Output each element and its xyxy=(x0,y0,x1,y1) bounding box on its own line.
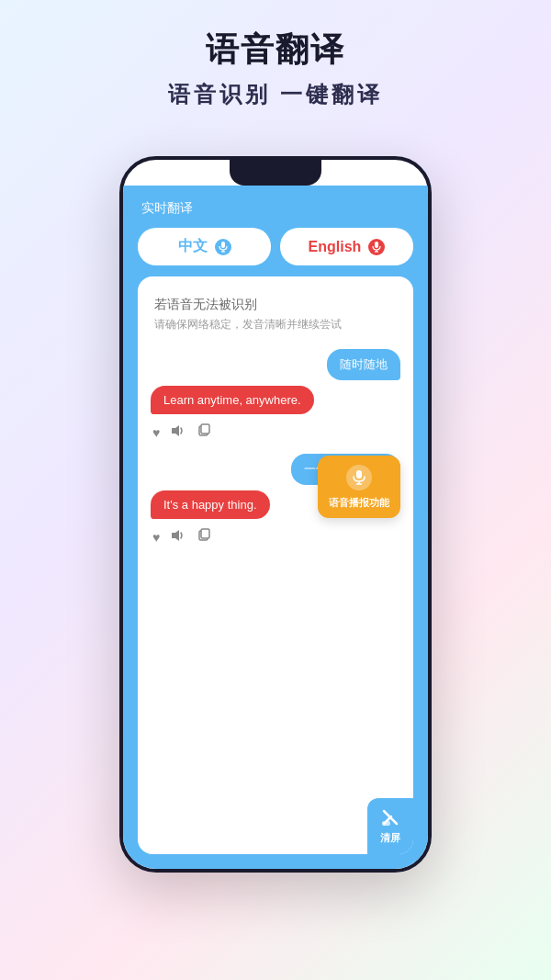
page-subtitle: 语音识别 一键翻译 xyxy=(18,80,533,109)
app-title-bar: 实时翻译 xyxy=(138,200,413,217)
page-background: 语音翻译 语音识别 一键翻译 实时翻译 中文 xyxy=(0,0,551,128)
english-bubble-1: Learn anytime, anywhere. xyxy=(151,386,314,414)
chinese-bubble-1: 随时随地 xyxy=(327,349,400,380)
conversation-1: 随时随地 Learn anytime, anywhere. ♥ xyxy=(151,349,400,445)
svg-rect-17 xyxy=(382,821,390,826)
chinese-language-button[interactable]: 中文 xyxy=(138,228,271,265)
language-selectors: 中文 English xyxy=(138,228,413,265)
svg-rect-12 xyxy=(356,470,362,479)
mute-button xyxy=(119,252,121,288)
english-label: English xyxy=(309,239,362,255)
svg-marker-6 xyxy=(172,425,179,436)
page-header: 语音翻译 语音识别 一键翻译 xyxy=(0,0,551,128)
status-message: 若语音无法被识别 请确保网络稳定，发音清晰并继续尝试 xyxy=(151,289,400,340)
tooltip-mic-icon xyxy=(346,465,372,490)
brush-icon xyxy=(380,807,400,828)
volume-icon-1[interactable] xyxy=(171,424,186,440)
status-title: 若语音无法被识别 xyxy=(154,297,397,313)
chinese-label: 中文 xyxy=(178,237,208,256)
svg-rect-0 xyxy=(221,242,225,248)
heart-icon-1[interactable]: ♥ xyxy=(152,425,160,440)
page-title: 语音翻译 xyxy=(18,28,533,73)
heart-icon-2[interactable]: ♥ xyxy=(152,530,160,545)
phone-notch xyxy=(230,160,321,186)
power-button xyxy=(430,270,432,325)
svg-marker-9 xyxy=(172,530,179,541)
tooltip-popup: 语音播报功能 xyxy=(318,456,400,518)
svg-rect-11 xyxy=(201,529,209,538)
english-language-button[interactable]: English xyxy=(280,228,413,265)
chinese-mic-icon xyxy=(215,239,231,255)
app-content: 实时翻译 中文 English xyxy=(123,186,428,869)
tooltip-text: 语音播报功能 xyxy=(329,496,389,509)
clear-button[interactable]: 清屏 xyxy=(367,798,413,854)
action-row-1: ♥ xyxy=(151,420,400,445)
translation-area: 若语音无法被识别 请确保网络稳定，发音清晰并继续尝试 随时随地 Learn an… xyxy=(138,276,413,854)
english-bubble-2: It's a happy thing. xyxy=(151,490,270,519)
svg-rect-8 xyxy=(201,424,209,434)
status-subtitle: 请确保网络稳定，发音清晰并继续尝试 xyxy=(154,317,397,332)
copy-icon-2[interactable] xyxy=(197,528,211,546)
volume-up-button xyxy=(119,302,121,348)
volume-icon-2[interactable] xyxy=(171,529,186,545)
copy-icon-1[interactable] xyxy=(197,423,211,441)
svg-rect-3 xyxy=(375,242,378,248)
phone-mockup: 实时翻译 中文 English xyxy=(119,156,432,873)
clear-btn-label: 清屏 xyxy=(380,831,400,845)
english-mic-icon xyxy=(368,239,385,255)
action-row-2: ♥ xyxy=(151,524,400,549)
volume-down-button xyxy=(119,357,121,403)
